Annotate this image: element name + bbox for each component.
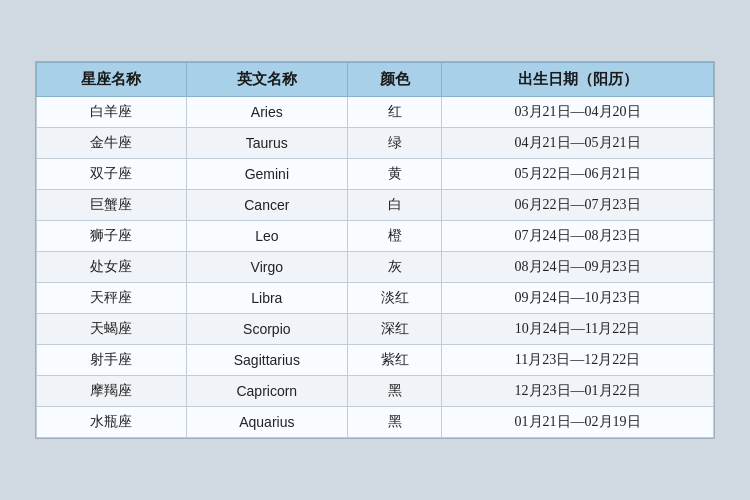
cell-dates: 09月24日—10月23日 [442,283,714,314]
zodiac-table-container: 星座名称 英文名称 颜色 出生日期（阳历） 白羊座Aries红03月21日—04… [35,61,715,439]
cell-english-name: Aries [186,97,347,128]
cell-dates: 04月21日—05月21日 [442,128,714,159]
cell-dates: 12月23日—01月22日 [442,376,714,407]
table-row: 双子座Gemini黄05月22日—06月21日 [37,159,714,190]
cell-color: 红 [347,97,441,128]
table-row: 巨蟹座Cancer白06月22日—07月23日 [37,190,714,221]
cell-color: 黑 [347,407,441,438]
cell-color: 灰 [347,252,441,283]
cell-dates: 06月22日—07月23日 [442,190,714,221]
table-row: 金牛座Taurus绿04月21日—05月21日 [37,128,714,159]
cell-english-name: Aquarius [186,407,347,438]
cell-dates: 08月24日—09月23日 [442,252,714,283]
cell-english-name: Cancer [186,190,347,221]
cell-english-name: Scorpio [186,314,347,345]
table-row: 天秤座Libra淡红09月24日—10月23日 [37,283,714,314]
cell-color: 橙 [347,221,441,252]
table-row: 射手座Sagittarius紫红11月23日—12月22日 [37,345,714,376]
cell-color: 黄 [347,159,441,190]
table-row: 白羊座Aries红03月21日—04月20日 [37,97,714,128]
cell-chinese-name: 巨蟹座 [37,190,187,221]
cell-chinese-name: 狮子座 [37,221,187,252]
cell-color: 黑 [347,376,441,407]
cell-color: 深红 [347,314,441,345]
cell-chinese-name: 双子座 [37,159,187,190]
cell-english-name: Taurus [186,128,347,159]
cell-color: 绿 [347,128,441,159]
table-row: 处女座Virgo灰08月24日—09月23日 [37,252,714,283]
cell-chinese-name: 水瓶座 [37,407,187,438]
cell-dates: 07月24日—08月23日 [442,221,714,252]
cell-dates: 01月21日—02月19日 [442,407,714,438]
table-row: 天蝎座Scorpio深红10月24日—11月22日 [37,314,714,345]
table-header-row: 星座名称 英文名称 颜色 出生日期（阳历） [37,63,714,97]
table-row: 狮子座Leo橙07月24日—08月23日 [37,221,714,252]
header-color: 颜色 [347,63,441,97]
cell-dates: 11月23日—12月22日 [442,345,714,376]
cell-color: 白 [347,190,441,221]
cell-chinese-name: 天蝎座 [37,314,187,345]
cell-english-name: Virgo [186,252,347,283]
table-row: 水瓶座Aquarius黑01月21日—02月19日 [37,407,714,438]
cell-english-name: Gemini [186,159,347,190]
zodiac-table: 星座名称 英文名称 颜色 出生日期（阳历） 白羊座Aries红03月21日—04… [36,62,714,438]
cell-dates: 05月22日—06月21日 [442,159,714,190]
cell-dates: 10月24日—11月22日 [442,314,714,345]
cell-chinese-name: 白羊座 [37,97,187,128]
cell-chinese-name: 射手座 [37,345,187,376]
cell-chinese-name: 天秤座 [37,283,187,314]
header-chinese-name: 星座名称 [37,63,187,97]
cell-english-name: Capricorn [186,376,347,407]
cell-chinese-name: 处女座 [37,252,187,283]
cell-english-name: Sagittarius [186,345,347,376]
table-body: 白羊座Aries红03月21日—04月20日金牛座Taurus绿04月21日—0… [37,97,714,438]
header-dates: 出生日期（阳历） [442,63,714,97]
cell-dates: 03月21日—04月20日 [442,97,714,128]
cell-color: 淡红 [347,283,441,314]
cell-english-name: Libra [186,283,347,314]
cell-english-name: Leo [186,221,347,252]
cell-chinese-name: 摩羯座 [37,376,187,407]
cell-color: 紫红 [347,345,441,376]
table-row: 摩羯座Capricorn黑12月23日—01月22日 [37,376,714,407]
header-english-name: 英文名称 [186,63,347,97]
cell-chinese-name: 金牛座 [37,128,187,159]
